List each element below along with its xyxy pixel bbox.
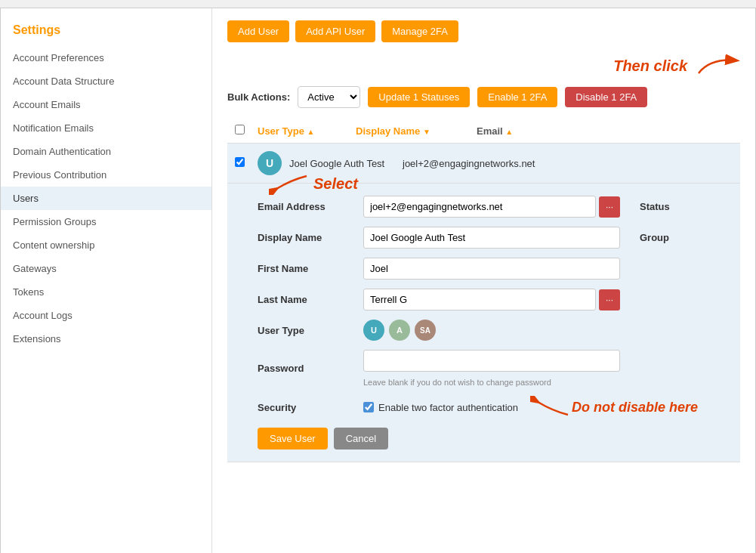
- user-type-badges: U A SA: [363, 320, 436, 341]
- sidebar-item-account-data-structure[interactable]: Account Data Structure: [1, 70, 211, 93]
- sidebar-item-permission-groups[interactable]: Permission Groups: [1, 210, 211, 233]
- user-type-field-wrap: U A SA: [363, 320, 725, 341]
- bulk-actions-bar: Bulk Actions: Active Inactive Update 1 S…: [227, 79, 740, 116]
- first-name-label: First Name: [258, 263, 363, 274]
- do-not-disable-label: Do not disable here: [572, 400, 698, 416]
- form-actions: Save User Cancel: [258, 428, 725, 450]
- manage-2fa-button[interactable]: Manage 2FA: [381, 20, 458, 42]
- last-name-input[interactable]: [363, 289, 596, 310]
- first-name-row: First Name: [258, 258, 725, 280]
- top-actions: Add User Add API User Manage 2FA: [227, 20, 740, 42]
- sidebar-item-users[interactable]: Users: [1, 187, 211, 210]
- user-email: joel+2@engagingnetworks.net: [403, 158, 733, 169]
- first-name-field-wrap: [363, 258, 725, 280]
- sidebar-item-account-logs[interactable]: Account Logs: [1, 304, 211, 327]
- last-name-extra-btn[interactable]: ···: [599, 289, 620, 310]
- sidebar-item-domain-authentication[interactable]: Domain Authentication: [1, 140, 211, 163]
- bulk-actions-label: Bulk Actions:: [227, 91, 290, 103]
- col-header-email[interactable]: Email ▲: [477, 125, 733, 137]
- usertype-sort-icon: ▲: [307, 128, 315, 136]
- last-name-field-wrap: ···: [363, 289, 725, 310]
- disable-2fa-button[interactable]: Disable 1 2FA: [565, 87, 647, 107]
- security-label: Security: [258, 402, 363, 413]
- row-checkbox[interactable]: [235, 157, 245, 167]
- header-area: Then click Bulk Actions: Active Inactive: [227, 54, 740, 116]
- user-name: Joel Google Auth Test: [289, 158, 403, 169]
- display-name-row: Display Name Group: [258, 227, 725, 249]
- user-type-row: User Type U A SA: [258, 320, 725, 341]
- badge-a[interactable]: A: [389, 320, 410, 341]
- cancel-button[interactable]: Cancel: [334, 428, 388, 450]
- header-checkbox-col: [235, 125, 258, 137]
- col-header-displayname[interactable]: Display Name ▼: [356, 125, 477, 137]
- two-factor-checkbox[interactable]: [363, 402, 374, 412]
- security-field-wrap: Enable two factor authentication: [363, 396, 725, 419]
- email-address-label: Email Address: [258, 201, 363, 212]
- security-checkbox-group: Enable two factor authentication: [363, 402, 518, 413]
- sidebar-item-extensions[interactable]: Extensions: [1, 327, 211, 351]
- then-click-label: Then click: [613, 57, 687, 75]
- email-sort-icon: ▲: [505, 128, 513, 136]
- password-label: Password: [258, 363, 363, 374]
- do-not-disable-arrow-icon: [530, 396, 572, 419]
- group-label: Group: [640, 232, 669, 243]
- sidebar-title: Settings: [1, 20, 211, 46]
- email-address-field-wrap: ··· Status: [363, 196, 725, 218]
- then-click-arrow-icon: [695, 54, 740, 77]
- displayname-sort-icon: ▼: [423, 128, 430, 136]
- row-checkbox-col: [235, 157, 258, 169]
- sidebar-item-previous-contribution[interactable]: Previous Contribution: [1, 163, 211, 187]
- sidebar: Settings Account PreferencesAccount Data…: [1, 8, 212, 553]
- password-hint: Leave blank if you do not wish to change…: [363, 378, 551, 387]
- sidebar-item-account-emails[interactable]: Account Emails: [1, 93, 211, 116]
- email-extra-btn[interactable]: ···: [599, 196, 620, 218]
- badge-u[interactable]: U: [363, 320, 384, 341]
- security-row: Security Enable two factor authenticatio…: [258, 396, 725, 419]
- avatar: U: [258, 151, 282, 175]
- add-api-user-button[interactable]: Add API User: [295, 20, 375, 42]
- last-name-row: Last Name ···: [258, 289, 725, 310]
- update-statuses-button[interactable]: Update 1 Statuses: [368, 87, 470, 107]
- email-address-input-group: ···: [363, 196, 620, 218]
- display-name-input[interactable]: [363, 227, 620, 249]
- display-name-field-wrap: Group: [363, 227, 725, 249]
- table-header: User Type ▲ Display Name ▼ Email ▲: [227, 119, 740, 144]
- status-label: Status: [640, 201, 670, 212]
- sidebar-item-gateways[interactable]: Gateways: [1, 257, 211, 280]
- add-user-button[interactable]: Add User: [227, 20, 289, 42]
- col-header-usertype[interactable]: User Type ▲: [258, 125, 356, 137]
- save-user-button[interactable]: Save User: [258, 428, 328, 450]
- last-name-label: Last Name: [258, 294, 363, 305]
- user-form: Email Address ··· Status Display Name Gr…: [227, 184, 740, 462]
- password-input[interactable]: [363, 350, 620, 372]
- main-content: Add User Add API User Manage 2FA Then cl…: [212, 8, 755, 553]
- bulk-actions-dropdown[interactable]: Active Inactive: [298, 86, 360, 108]
- sidebar-item-notification-emails[interactable]: Notification Emails: [1, 116, 211, 140]
- user-type-label: User Type: [258, 325, 363, 336]
- email-address-input[interactable]: [363, 196, 596, 218]
- user-row-wrapper: U Joel Google Auth Test joel+2@engagingn…: [227, 144, 740, 184]
- sidebar-item-content-ownership[interactable]: Content ownership: [1, 233, 211, 257]
- table-row: U Joel Google Auth Test joel+2@engagingn…: [227, 144, 740, 184]
- email-address-row: Email Address ··· Status: [258, 196, 725, 218]
- password-row: Password Leave blank if you do not wish …: [258, 350, 725, 387]
- display-name-label: Display Name: [258, 232, 363, 243]
- badge-sa[interactable]: SA: [415, 320, 436, 341]
- first-name-input[interactable]: [363, 258, 620, 280]
- two-factor-label: Enable two factor authentication: [378, 402, 518, 413]
- do-not-disable-annotation: Do not disable here: [530, 396, 698, 419]
- sidebar-item-account-preferences[interactable]: Account Preferences: [1, 46, 211, 70]
- sidebar-item-tokens[interactable]: Tokens: [1, 280, 211, 304]
- then-click-row: Then click: [227, 54, 740, 77]
- enable-2fa-button[interactable]: Enable 1 2FA: [477, 87, 557, 107]
- select-all-checkbox[interactable]: [235, 125, 245, 134]
- password-field-wrap: Leave blank if you do not wish to change…: [363, 350, 725, 387]
- last-name-input-group: ···: [363, 289, 620, 310]
